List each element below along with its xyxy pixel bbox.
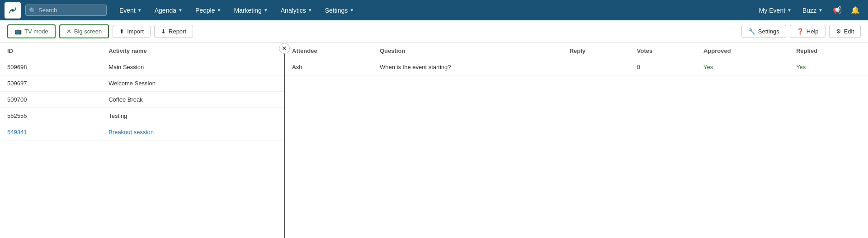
buzz-menu[interactable]: Buzz ▼ xyxy=(798,0,827,20)
col-reply: Reply xyxy=(562,43,630,59)
chevron-down-icon: ▼ xyxy=(787,8,792,13)
cell-activity-name: Welcome Session xyxy=(101,75,284,92)
table-row[interactable]: 509697Welcome Session xyxy=(0,75,284,92)
download-icon: ⬇ xyxy=(161,28,166,35)
cell-activity-name: Testing xyxy=(101,108,284,124)
notification-bell-icon[interactable]: 🔔 xyxy=(847,0,863,20)
cell-id: 509697 xyxy=(0,75,101,92)
gear-icon: ⚙ xyxy=(836,28,841,35)
cell-replied: Yes xyxy=(789,59,868,75)
chevron-down-icon: ▼ xyxy=(137,8,142,13)
cell-activity-name: Coffee Break xyxy=(101,92,284,108)
svg-point-1 xyxy=(11,9,14,12)
app-logo[interactable] xyxy=(5,2,21,19)
nav-items: Event ▼ Agenda ▼ People ▼ Marketing ▼ An… xyxy=(113,0,755,20)
cell-id: 509700 xyxy=(0,92,101,108)
help-button[interactable]: ❓ Help xyxy=(790,25,826,38)
my-event-menu[interactable]: My Event ▼ xyxy=(755,0,796,20)
megaphone-icon[interactable]: 📢 xyxy=(829,0,845,20)
table-row[interactable]: 549341Breakout session xyxy=(0,124,284,140)
col-id: ID xyxy=(0,43,101,59)
cell-reply xyxy=(562,59,630,75)
nav-item-marketing[interactable]: Marketing ▼ xyxy=(227,0,274,20)
upload-icon: ⬆ xyxy=(119,28,124,35)
cell-question: When is the event starting? xyxy=(373,59,562,75)
table-row[interactable]: 552555Testing xyxy=(0,108,284,124)
import-button[interactable]: ⬆ Import xyxy=(113,25,151,38)
table-row: AshWhen is the event starting?0YesYes xyxy=(285,59,868,75)
edit-button[interactable]: ⚙ Edit xyxy=(829,25,861,38)
search-input[interactable] xyxy=(25,5,107,16)
toolbar-right: 🔧 Settings ❓ Help ⚙ Edit xyxy=(741,25,861,38)
cell-id: 552555 xyxy=(0,108,101,124)
big-screen-button[interactable]: ✕ Big screen xyxy=(59,24,109,38)
tv-mode-button[interactable]: 📺 TV mode xyxy=(7,24,56,38)
help-icon: ❓ xyxy=(797,28,804,35)
cell-attendee: Ash xyxy=(285,59,373,75)
table-row[interactable]: 509700Coffee Break xyxy=(0,92,284,108)
nav-item-event[interactable]: Event ▼ xyxy=(113,0,148,20)
activity-table: ID Activity name 509698Main Session50969… xyxy=(0,43,284,140)
chevron-down-icon: ▼ xyxy=(818,8,823,13)
cell-approved: Yes xyxy=(696,59,789,75)
top-navigation: 🔍 Event ▼ Agenda ▼ People ▼ Marketing ▼ … xyxy=(0,0,868,20)
expand-icon: ✕ xyxy=(66,28,71,35)
cell-activity-name[interactable]: Breakout session xyxy=(101,124,284,140)
cell-activity-name: Main Session xyxy=(101,59,284,75)
col-votes: Votes xyxy=(630,43,696,59)
chevron-down-icon: ▼ xyxy=(308,8,312,13)
close-panel-button[interactable]: ✕ xyxy=(279,43,290,54)
left-table: ID Activity name 509698Main Session50969… xyxy=(0,43,285,238)
toolbar: 📺 TV mode ✕ Big screen ⬆ Import ⬇ Report… xyxy=(0,20,868,43)
settings-button[interactable]: 🔧 Settings xyxy=(741,25,786,38)
chevron-down-icon: ▼ xyxy=(349,8,354,13)
nav-item-people[interactable]: People ▼ xyxy=(189,0,228,20)
nav-right: My Event ▼ Buzz ▼ 📢 🔔 xyxy=(755,0,863,20)
col-attendee: Attendee xyxy=(285,43,373,59)
search-wrapper: 🔍 xyxy=(25,5,107,16)
cell-id: 509698 xyxy=(0,59,101,75)
questions-table: Attendee Question Reply Votes Approved R… xyxy=(285,43,868,75)
table-container: ID Activity name 509698Main Session50969… xyxy=(0,43,868,238)
cell-votes: 0 xyxy=(630,59,696,75)
chevron-down-icon: ▼ xyxy=(178,8,183,13)
wrench-icon: 🔧 xyxy=(748,28,755,35)
chevron-down-icon: ▼ xyxy=(264,8,268,13)
col-approved: Approved xyxy=(696,43,789,59)
right-panel: Attendee Question Reply Votes Approved R… xyxy=(285,43,868,238)
cell-id: 549341 xyxy=(0,124,101,140)
col-activity-name: Activity name xyxy=(101,43,284,59)
nav-item-analytics[interactable]: Analytics ▼ xyxy=(274,0,319,20)
nav-item-settings[interactable]: Settings ▼ xyxy=(319,0,361,20)
col-question: Question xyxy=(373,43,562,59)
table-row[interactable]: 509698Main Session xyxy=(0,59,284,75)
report-button[interactable]: ⬇ Report xyxy=(154,25,193,38)
tv-icon: 📺 xyxy=(14,28,22,35)
nav-item-agenda[interactable]: Agenda ▼ xyxy=(148,0,189,20)
col-replied: Replied xyxy=(789,43,868,59)
chevron-down-icon: ▼ xyxy=(217,8,222,13)
